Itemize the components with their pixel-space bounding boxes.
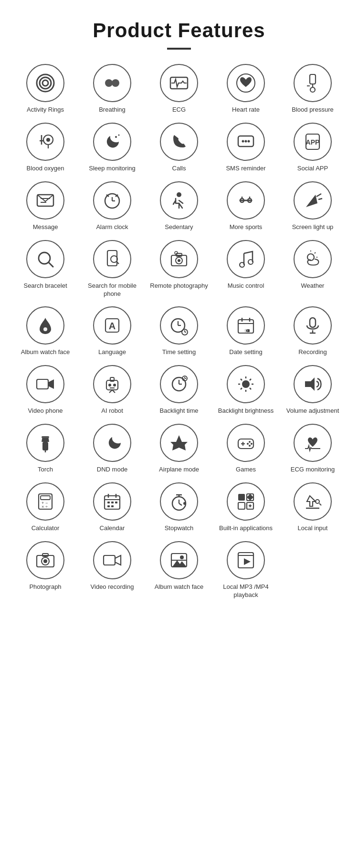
page-title: Product Features — [10, 19, 348, 42]
local-input-label: Local input — [298, 524, 328, 533]
feature-item-activity-rings: Activity Rings — [14, 64, 76, 114]
backlight-time-icon-circle — [160, 365, 198, 403]
ai-robot-label: AI robot — [101, 407, 123, 415]
svg-point-12 — [46, 138, 50, 142]
album-watch-face-icon-circle — [26, 306, 64, 345]
built-in-apps-label: Built-in applications — [219, 524, 273, 533]
svg-marker-148 — [244, 558, 251, 565]
feature-item-blood-oxygen: Blood oxygen — [14, 123, 76, 173]
ecg-monitoring-label: ECG monitoring — [291, 466, 335, 474]
svg-point-106 — [249, 445, 251, 447]
svg-rect-97 — [42, 442, 48, 450]
local-input-icon-circle — [294, 482, 332, 521]
language-icon-circle: A — [93, 306, 131, 345]
video-recording-icon-circle — [93, 541, 131, 579]
feature-item-recording: Recording — [282, 306, 344, 356]
svg-point-41 — [111, 256, 117, 262]
video-recording-label: Video recording — [91, 583, 134, 591]
album-watch-face2-label: Album watch face — [155, 583, 204, 591]
svg-marker-96 — [305, 377, 315, 391]
music-control-label: Music control — [228, 282, 264, 290]
svg-point-30 — [177, 192, 181, 197]
svg-line-36 — [316, 194, 321, 197]
svg-text:APP: APP — [306, 138, 320, 146]
svg-line-52 — [315, 252, 316, 253]
feature-item-weather: Weather — [282, 240, 344, 298]
feature-item-local-input: Local input — [282, 482, 344, 533]
blood-oxygen-icon-circle — [26, 123, 64, 161]
svg-point-87 — [242, 380, 250, 388]
feature-item-album-watch-face: Album watch face — [14, 306, 76, 356]
svg-point-76 — [113, 384, 116, 387]
svg-point-3 — [105, 79, 113, 87]
svg-point-75 — [108, 384, 111, 387]
svg-point-2 — [42, 80, 48, 86]
feature-item-calculator: +−×÷Calculator — [14, 482, 76, 533]
games-icon-circle — [227, 424, 265, 462]
time-setting-label: Time setting — [162, 348, 196, 356]
search-mobile-icon-circle — [93, 240, 131, 278]
calculator-icon-circle: +−×÷ — [26, 482, 64, 521]
svg-rect-67 — [246, 329, 250, 332]
recording-label: Recording — [298, 348, 326, 356]
svg-marker-142 — [115, 555, 121, 565]
svg-text:÷: ÷ — [45, 504, 48, 509]
volume-adjustment-icon-circle — [294, 365, 332, 403]
svg-line-124 — [179, 503, 182, 505]
blood-pressure-label: Blood pressure — [292, 106, 333, 114]
svg-point-19 — [248, 140, 250, 142]
svg-line-37 — [318, 199, 322, 199]
svg-line-136 — [319, 503, 321, 505]
feature-item-photograph: Photograph — [14, 541, 76, 599]
svg-rect-117 — [107, 502, 110, 503]
ai-robot-icon-circle — [93, 365, 131, 403]
feature-item-more-sports: More sports — [215, 181, 277, 231]
svg-point-4 — [112, 79, 119, 87]
svg-rect-40 — [107, 251, 117, 266]
svg-rect-7 — [310, 74, 316, 84]
svg-point-15 — [118, 134, 120, 136]
more-sports-label: More sports — [230, 223, 263, 231]
social-app-icon-circle: APP — [294, 123, 332, 161]
dnd-mode-label: DND mode — [97, 466, 127, 474]
feature-item-search-mobile: Search for mobile phone — [81, 240, 143, 298]
feature-item-ecg-monitoring: ECG monitoring — [282, 424, 344, 474]
feature-item-language: ALanguage — [81, 306, 143, 356]
feature-item-backlight-time: Backlight time — [148, 365, 210, 415]
local-mp3-label: Local MP3 /MP4 playback — [215, 583, 277, 599]
volume-adjustment-label: Volume adjustment — [286, 407, 339, 415]
svg-point-103 — [249, 441, 251, 443]
sedentary-icon-circle — [160, 181, 198, 220]
stopwatch-label: Stopwatch — [165, 524, 194, 533]
message-label: Message — [33, 223, 58, 231]
screen-light-up-icon-circle — [294, 181, 332, 220]
backlight-brightness-label: Backlight brightness — [218, 407, 274, 415]
feature-item-screen-light-up: Screen light up — [282, 181, 344, 231]
calls-label: Calls — [172, 165, 186, 173]
header: Product Features — [10, 19, 348, 50]
svg-point-104 — [251, 443, 253, 445]
svg-rect-118 — [111, 502, 114, 503]
calls-icon-circle — [160, 123, 198, 161]
svg-point-9 — [310, 87, 315, 92]
activity-rings-label: Activity Rings — [27, 106, 64, 114]
svg-point-18 — [245, 140, 247, 142]
message-icon-circle — [26, 181, 64, 220]
svg-point-17 — [242, 140, 244, 142]
svg-line-95 — [241, 388, 242, 389]
ecg-label: ECG — [172, 106, 186, 114]
svg-rect-120 — [107, 505, 110, 507]
feature-item-sedentary: Sedentary — [148, 181, 210, 231]
sleep-monitoring-label: Sleep monitoring — [89, 165, 136, 173]
sms-reminder-icon-circle — [227, 123, 265, 161]
built-in-apps-icon-circle — [227, 482, 265, 521]
feature-item-time-setting: Time setting — [148, 306, 210, 356]
search-bracelet-label: Search bracelet — [23, 282, 67, 290]
activity-rings-icon-circle — [26, 64, 64, 102]
language-label: Language — [98, 348, 126, 356]
svg-line-92 — [241, 379, 242, 380]
date-setting-icon-circle — [227, 306, 265, 345]
svg-rect-108 — [41, 496, 50, 500]
feature-item-ecg: ECG — [148, 64, 210, 114]
torch-icon-circle — [26, 424, 64, 462]
